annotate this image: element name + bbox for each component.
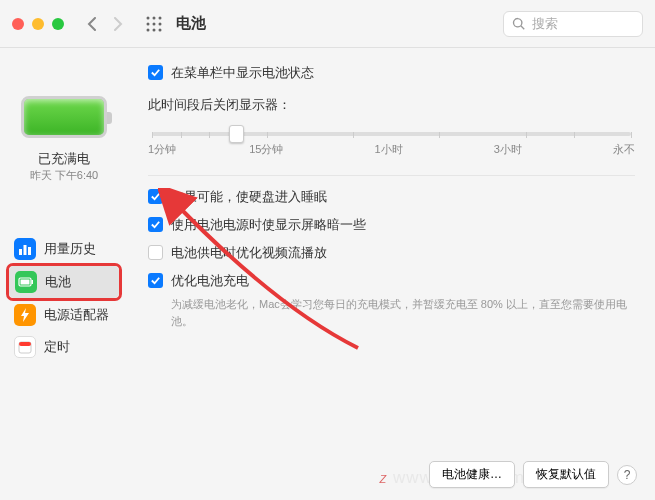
checkbox-label: 电池供电时优化视频流播放 xyxy=(171,244,327,262)
checkbox-label: 在菜单栏中显示电池状态 xyxy=(171,64,314,82)
search-field[interactable] xyxy=(503,11,643,37)
bolt-icon xyxy=(14,304,36,326)
calendar-icon xyxy=(14,336,36,358)
zoom-icon[interactable] xyxy=(52,18,64,30)
slider-tick-labels: 1分钟 15分钟 1小时 3小时 永不 xyxy=(148,142,635,157)
svg-point-1 xyxy=(153,16,156,19)
back-button[interactable] xyxy=(80,12,104,36)
bars-icon xyxy=(14,238,36,260)
main-panel: 在菜单栏中显示电池状态 此时间段后关闭显示器： 1分钟 15分钟 1小时 3小时… xyxy=(128,48,655,500)
svg-point-6 xyxy=(147,28,150,31)
chevron-left-icon xyxy=(86,17,98,31)
optimize-charging-description: 为减缓电池老化，Mac会学习您每日的充电模式，并暂缓充电至 80% 以上，直至您… xyxy=(171,296,635,329)
checkbox-optimize-charging[interactable]: 优化电池充电 xyxy=(148,272,635,290)
footer-buttons: 电池健康… 恢复默认值 ? xyxy=(429,461,637,488)
nav-buttons xyxy=(80,12,130,36)
checkbox-video-stream[interactable]: 电池供电时优化视频流播放 xyxy=(148,244,635,262)
svg-rect-11 xyxy=(28,247,31,255)
checkbox-icon xyxy=(148,245,163,260)
svg-point-8 xyxy=(159,28,162,31)
search-input[interactable] xyxy=(532,16,634,31)
sidebar: 已充满电 昨天 下午6:40 用量历史 电池 xyxy=(0,48,128,500)
checkbox-label: 优化电池充电 xyxy=(171,272,249,290)
sidebar-item-label: 电源适配器 xyxy=(44,306,109,324)
checkbox-sleep-disk[interactable]: 如果可能，使硬盘进入睡眠 xyxy=(148,188,635,206)
sidebar-item-label: 用量历史 xyxy=(44,240,96,258)
battery-icon xyxy=(15,271,37,293)
restore-defaults-button[interactable]: 恢复默认值 xyxy=(523,461,609,488)
checkbox-label: 如果可能，使硬盘进入睡眠 xyxy=(171,188,327,206)
slider-ticks xyxy=(152,132,631,140)
svg-point-4 xyxy=(153,22,156,25)
checkbox-label: 使用电池电源时使显示屏略暗一些 xyxy=(171,216,366,234)
close-icon[interactable] xyxy=(12,18,24,30)
svg-rect-14 xyxy=(32,280,34,284)
titlebar: 电池 xyxy=(0,0,655,48)
sidebar-item-schedule[interactable]: 定时 xyxy=(8,331,120,363)
checkbox-icon xyxy=(148,217,163,232)
checkbox-icon xyxy=(148,189,163,204)
sidebar-item-label: 定时 xyxy=(44,338,70,356)
svg-point-2 xyxy=(159,16,162,19)
svg-point-7 xyxy=(153,28,156,31)
chevron-right-icon xyxy=(112,17,124,31)
svg-point-5 xyxy=(159,22,162,25)
grid-icon xyxy=(146,16,162,32)
battery-status-label: 已充满电 xyxy=(38,150,90,168)
svg-rect-10 xyxy=(24,245,27,255)
slider-thumb[interactable] xyxy=(229,125,244,143)
battery-health-button[interactable]: 电池健康… xyxy=(429,461,515,488)
checkbox-show-menubar[interactable]: 在菜单栏中显示电池状态 xyxy=(148,64,635,82)
sidebar-item-usage-history[interactable]: 用量历史 xyxy=(8,233,120,265)
battery-status-time: 昨天 下午6:40 xyxy=(30,168,98,183)
slider-label: 此时间段后关闭显示器： xyxy=(148,96,635,114)
sidebar-item-power-adapter[interactable]: 电源适配器 xyxy=(8,299,120,331)
svg-point-0 xyxy=(147,16,150,19)
svg-point-3 xyxy=(147,22,150,25)
checkbox-icon xyxy=(148,273,163,288)
minimize-icon[interactable] xyxy=(32,18,44,30)
sidebar-item-battery[interactable]: 电池 xyxy=(9,266,119,298)
svg-rect-13 xyxy=(21,280,30,285)
help-button[interactable]: ? xyxy=(617,465,637,485)
highlight-annotation: 电池 xyxy=(6,263,122,301)
display-off-slider-section: 此时间段后关闭显示器： 1分钟 15分钟 1小时 3小时 永不 xyxy=(148,96,635,157)
forward-button[interactable] xyxy=(106,12,130,36)
svg-rect-9 xyxy=(19,249,22,255)
search-icon xyxy=(512,17,526,31)
battery-status-icon xyxy=(21,96,107,138)
page-title: 电池 xyxy=(176,14,206,33)
slider-track[interactable] xyxy=(152,132,631,136)
window-controls xyxy=(12,18,64,30)
checkbox-icon xyxy=(148,65,163,80)
show-all-button[interactable] xyxy=(142,12,166,36)
checkbox-dim-display[interactable]: 使用电池电源时使显示屏略暗一些 xyxy=(148,216,635,234)
sidebar-item-label: 电池 xyxy=(45,273,71,291)
svg-rect-16 xyxy=(19,342,31,346)
